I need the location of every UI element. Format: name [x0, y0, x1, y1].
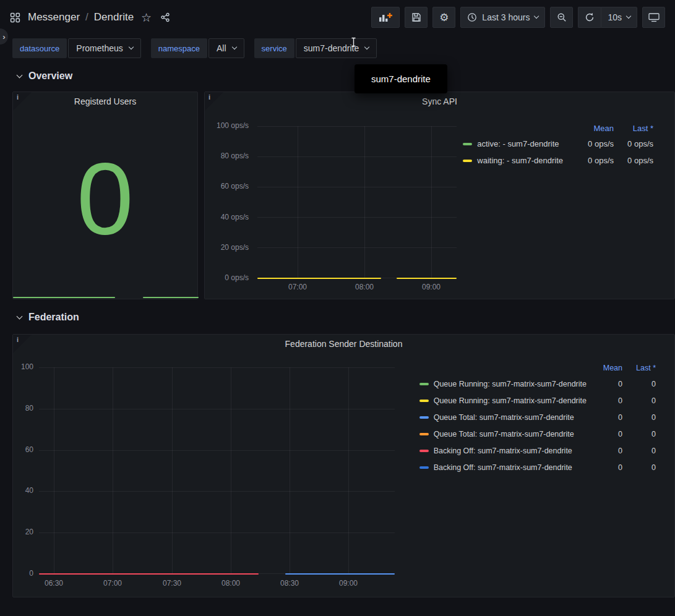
gridline: [257, 247, 457, 248]
gridline: [257, 217, 457, 218]
refresh-dashboard-button[interactable]: [578, 7, 601, 28]
service-picker[interactable]: sum7-dendrite: [296, 38, 377, 58]
legend-item[interactable]: waiting: - sum7-dendrite 0 ops/s 0 ops/s: [463, 152, 653, 169]
gridline: [348, 367, 349, 574]
series-name: Backing Off: sum7-matrix-sum7-dendrite: [434, 463, 594, 472]
legend-item[interactable]: active: - sum7-dendrite 0 ops/s 0 ops/s: [463, 135, 653, 152]
series-name: Queue Total: sum7-matrix-sum7-dendrite: [434, 413, 594, 422]
dashboard-canvas: Overview i Registerd Users 0 i Sync API …: [0, 69, 675, 597]
gridline: [54, 367, 54, 574]
series-last: 0 ops/s: [614, 156, 653, 165]
namespace-picker[interactable]: All: [209, 38, 244, 58]
clock-icon: [467, 12, 477, 22]
share-icon: [160, 12, 170, 22]
federation-legend: Mean Last * Queue Running: sum7-matrix-s…: [419, 361, 656, 476]
gear-icon: ⚙: [439, 11, 449, 24]
y-axis-label: 0 ops/s: [205, 273, 249, 282]
nav-left: Messenger / Dendrite ☆: [9, 11, 171, 25]
series-mean: 0: [594, 380, 622, 388]
series-mean: 0 ops/s: [570, 156, 614, 165]
legend-header: Mean Last *: [419, 361, 656, 375]
save-icon: [411, 12, 421, 22]
x-axis-label: 07:30: [153, 579, 191, 588]
legend-item[interactable]: Queue Total: sum7-matrix-sum7-dendrite 0…: [419, 409, 656, 426]
series-name: Queue Total: sum7-matrix-sum7-dendrite: [434, 430, 594, 438]
time-range-picker[interactable]: Last 3 hours: [460, 7, 545, 28]
y-axis-label: 80 ops/s: [205, 152, 249, 160]
dashboard-settings-button[interactable]: ⚙: [432, 7, 455, 28]
text-cursor: [350, 37, 357, 49]
plot-area[interactable]: [39, 367, 395, 574]
zoom-out-time-button[interactable]: [550, 7, 573, 28]
chevron-down-icon: [626, 14, 631, 19]
panel-title[interactable]: Sync API: [205, 96, 674, 106]
gridline: [39, 367, 395, 368]
legend-item[interactable]: Backing Off: sum7-matrix-sum7-dendrite 0…: [419, 442, 656, 459]
series-color-marker: [419, 433, 429, 435]
gridline: [39, 533, 395, 533]
breadcrumb-divider: /: [85, 11, 88, 24]
chevron-down-icon: [231, 45, 236, 49]
plot-area[interactable]: [257, 126, 457, 278]
refresh-interval-picker[interactable]: 10s: [601, 7, 637, 28]
series-line-queue-total: [285, 573, 395, 575]
series-mean: 0: [594, 413, 622, 422]
variable-label-datasource: datasource: [12, 38, 67, 58]
legend-mean-header[interactable]: Mean: [570, 124, 614, 133]
x-axis-label: 08:00: [346, 283, 383, 291]
add-panel-icon: [379, 12, 392, 22]
legend-item[interactable]: Queue Running: sum7-matrix-sum7-dendrite…: [419, 392, 656, 409]
x-axis-label: 07:00: [94, 579, 131, 588]
series-name: active: - sum7-dendrite: [477, 139, 570, 148]
gridline: [39, 491, 395, 492]
row-header-federation[interactable]: Federation: [17, 310, 675, 324]
save-dashboard-button[interactable]: [405, 7, 428, 28]
gridline: [364, 126, 365, 278]
series-mean: 0: [594, 447, 622, 455]
series-name: Queue Running: sum7-matrix-sum7-dendrite: [434, 380, 594, 388]
legend-item[interactable]: Backing Off: sum7-matrix-sum7-dendrite 0…: [419, 459, 656, 476]
row-header-overview[interactable]: Overview: [17, 69, 675, 83]
y-axis-label: 20 ops/s: [205, 243, 249, 252]
apps-grid-icon[interactable]: [9, 11, 22, 24]
gridline: [231, 367, 231, 574]
x-axis-label: 08:00: [212, 579, 249, 588]
y-axis-label: 40: [13, 486, 33, 495]
panel-title[interactable]: Registerd Users: [13, 96, 197, 106]
datasource-value: Prometheus: [76, 43, 123, 53]
series-last: 0: [622, 447, 656, 455]
gridline: [257, 126, 457, 127]
series-line-waiting: [397, 278, 457, 279]
series-name: Queue Running: sum7-matrix-sum7-dendrite: [434, 396, 594, 405]
nav-toolbar: ⚙ Last 3 hours 10s: [371, 7, 665, 28]
add-panel-button[interactable]: [371, 7, 400, 28]
panel-registered-users: i Registerd Users 0: [12, 92, 198, 299]
y-axis-label: 100 ops/s: [205, 121, 249, 130]
legend-item[interactable]: Queue Total: sum7-matrix-sum7-dendrite 0…: [419, 426, 656, 442]
series-mean: 0: [594, 463, 622, 472]
panel-title[interactable]: Federation Sender Destination: [13, 339, 674, 349]
star-icon[interactable]: ☆: [140, 11, 153, 25]
series-last: 0 ops/s: [614, 139, 653, 148]
series-last: 0: [622, 413, 656, 422]
legend-item[interactable]: Queue Running: sum7-matrix-sum7-dendrite…: [419, 375, 656, 392]
row-title-federation: Federation: [28, 312, 79, 323]
y-axis-label: 0: [13, 569, 33, 578]
x-axis-label: 08:30: [271, 579, 308, 588]
overview-panels-row: i Registerd Users 0 i Sync API 100 ops/s…: [12, 92, 675, 299]
chevron-down-icon: [534, 14, 539, 19]
legend-mean-header[interactable]: Mean: [594, 364, 622, 372]
chevron-down-icon: [17, 313, 23, 319]
tv-mode-button[interactable]: [642, 7, 665, 28]
datasource-picker[interactable]: Prometheus: [68, 38, 140, 58]
service-option[interactable]: sum7-dendrite: [371, 74, 431, 84]
zoom-out-icon: [557, 12, 567, 22]
series-last: 0: [622, 396, 656, 405]
legend-last-header[interactable]: Last *: [622, 364, 656, 372]
breadcrumb-app[interactable]: Messenger: [28, 11, 80, 24]
series-line-waiting: [257, 278, 381, 279]
legend-last-header[interactable]: Last *: [614, 124, 653, 133]
x-axis-label: 06:30: [35, 579, 72, 588]
apps-grid-icon: [10, 12, 20, 23]
share-icon[interactable]: [159, 11, 171, 24]
